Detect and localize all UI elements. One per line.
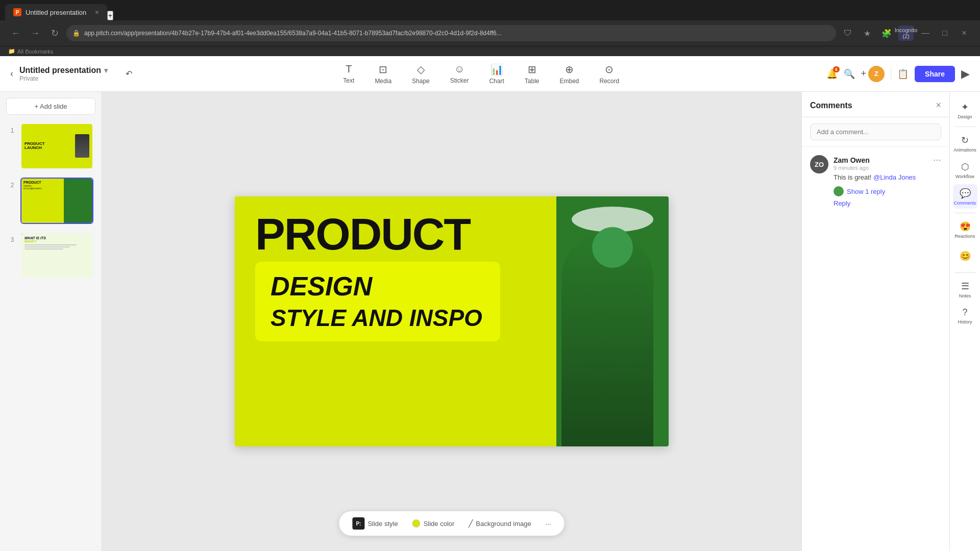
comments-header: Comments × bbox=[802, 92, 949, 117]
plus-icon: + bbox=[861, 68, 867, 79]
background-image-btn[interactable]: ╱ Background image bbox=[465, 517, 534, 530]
tab-close-btn[interactable]: × bbox=[95, 8, 99, 16]
notification-badge: 4 bbox=[833, 66, 840, 72]
chart-tool-btn[interactable]: 📊 Chart bbox=[485, 60, 508, 88]
close-window-btn[interactable]: × bbox=[957, 26, 972, 41]
table-tool-btn[interactable]: ⊞ Table bbox=[521, 60, 544, 88]
extensions-puzzle-btn[interactable]: 🧩 bbox=[879, 26, 894, 41]
browser-tabs: P Untitled presentation × + bbox=[0, 0, 980, 20]
notes-panel-btn[interactable]: ☰ Notes bbox=[953, 277, 977, 302]
extension-btn[interactable]: 🛡 bbox=[840, 26, 855, 41]
slide3-title: WHAT IS ITS bbox=[24, 236, 89, 240]
reply-btn-1[interactable]: Reply bbox=[834, 199, 850, 207]
undo-btn[interactable]: ↶ bbox=[121, 66, 136, 82]
slide-color-dot bbox=[412, 519, 421, 528]
media-tool-btn[interactable]: ⊡ Media bbox=[371, 60, 396, 88]
bookmark-star-btn[interactable]: ★ bbox=[860, 26, 875, 41]
comment-text-1: This is great! @Linda Jones bbox=[834, 173, 941, 182]
design-panel-btn[interactable]: ✦ Design bbox=[953, 98, 977, 122]
new-tab-btn[interactable]: + bbox=[107, 11, 113, 20]
slide-color-btn[interactable]: Slide color bbox=[409, 517, 458, 530]
canvas-area[interactable]: PRODUCT DESIGN STYLE AND INSPO bbox=[102, 92, 801, 551]
slide-style-icon-text: P: bbox=[356, 521, 361, 527]
add-slide-btn[interactable]: + Add slide bbox=[6, 98, 95, 115]
presentation-subtitle: Private bbox=[19, 75, 108, 82]
animations-icon: ↻ bbox=[961, 135, 969, 146]
comment-item-1: ZO Zam Owen ⋯ 9 minutes ago This is grea… bbox=[810, 155, 941, 208]
slide-style-btn[interactable]: P: Slide style bbox=[349, 515, 401, 532]
notes-icon: ☰ bbox=[961, 281, 969, 292]
tab-title: Untitled presentation bbox=[26, 9, 86, 16]
add-user-btn[interactable]: + Z bbox=[861, 66, 885, 82]
search-btn[interactable]: 🔍 bbox=[844, 68, 855, 80]
history-icon: ? bbox=[962, 307, 967, 318]
workflow-panel-btn[interactable]: ⬡ Workflow bbox=[953, 158, 977, 182]
comment-avatar-1: ZO bbox=[810, 155, 828, 173]
slide-image-panel bbox=[556, 196, 669, 446]
share-btn[interactable]: Share bbox=[915, 66, 955, 82]
shape-tool-btn[interactable]: ◇ Shape bbox=[408, 60, 434, 88]
slide-item-1[interactable]: 1 PRODUCTLAUNCH bbox=[6, 121, 95, 171]
reactions2-panel-btn[interactable]: 😊 bbox=[953, 244, 977, 268]
comments-close-btn[interactable]: × bbox=[936, 100, 941, 111]
comments-title: Comments bbox=[810, 101, 852, 110]
minimize-btn[interactable]: — bbox=[918, 26, 933, 41]
embed-tool-btn[interactable]: ⊕ Embed bbox=[555, 60, 583, 88]
comment-body-1: Zam Owen ⋯ 9 minutes ago This is great! … bbox=[834, 155, 941, 208]
browser-toolbar: ← → ↻ 🔒 app.pitch.com/app/presentation/4… bbox=[0, 20, 980, 46]
comment-mention-1: @Linda Jones bbox=[873, 173, 916, 181]
slide-thumb-1[interactable]: PRODUCTLAUNCH bbox=[20, 123, 93, 169]
reactions2-icon: 😊 bbox=[960, 251, 971, 262]
more-options-btn[interactable]: ··· bbox=[543, 518, 554, 530]
text-tool-btn[interactable]: T Text bbox=[339, 60, 358, 87]
slide-item-2[interactable]: 2 💬 1 PRODUCT DESIGN STYLE AND INSPO bbox=[6, 176, 95, 226]
comment-input[interactable] bbox=[810, 123, 941, 140]
browser-tab-active[interactable]: P Untitled presentation × bbox=[5, 4, 107, 20]
address-bar[interactable]: 🔒 app.pitch.com/app/presentation/4b74b27… bbox=[66, 25, 836, 41]
slide-canvas[interactable]: PRODUCT DESIGN STYLE AND INSPO bbox=[235, 196, 669, 446]
reactions-icon: 😍 bbox=[960, 221, 971, 232]
refresh-btn[interactable]: ↻ bbox=[47, 26, 62, 41]
slide-thumb-1-inner: PRODUCTLAUNCH bbox=[21, 124, 92, 168]
comment-meta-1: Zam Owen ⋯ bbox=[834, 155, 941, 165]
table-icon: ⊞ bbox=[528, 63, 536, 76]
show-reply-btn-1[interactable]: Show 1 reply bbox=[834, 186, 885, 196]
title-dropdown-icon[interactable]: ▾ bbox=[104, 66, 108, 74]
forward-nav-btn[interactable]: → bbox=[28, 26, 43, 41]
right-sidebar-sep-2 bbox=[955, 213, 975, 213]
background-image-icon: ╱ bbox=[469, 519, 473, 528]
presentation-info: Untitled presentation ▾ Private bbox=[19, 66, 108, 82]
maximize-btn[interactable]: □ bbox=[937, 26, 952, 41]
slide-thumb-3[interactable]: 💬 1 WHAT IS ITS MAGIC? bbox=[20, 232, 93, 279]
app-header: ‹ Untitled presentation ▾ Private ↶ T Te… bbox=[0, 56, 980, 92]
back-nav-btn[interactable]: ← bbox=[8, 26, 23, 41]
notification-btn[interactable]: 🔔 4 bbox=[826, 68, 838, 80]
comment-content-1: This is great! bbox=[834, 173, 871, 181]
slide3-body bbox=[24, 244, 89, 249]
browser-chrome: P Untitled presentation × + ← → ↻ 🔒 app.… bbox=[0, 0, 980, 56]
comment-more-btn-1[interactable]: ⋯ bbox=[933, 155, 941, 165]
profile-btn[interactable]: Incognito (2) bbox=[898, 26, 914, 41]
user-avatar: Z bbox=[868, 66, 885, 82]
show-reply-label: Show 1 reply bbox=[847, 188, 885, 195]
comment-input-area bbox=[802, 117, 949, 147]
media-icon: ⊡ bbox=[379, 63, 387, 76]
play-presentation-btn[interactable]: ▶ bbox=[961, 67, 970, 81]
back-to-dashboard-btn[interactable]: ‹ bbox=[10, 68, 13, 79]
slide-thumb-2[interactable]: 💬 1 PRODUCT DESIGN STYLE AND INSPO bbox=[20, 178, 93, 224]
slide-style-label: Slide style bbox=[368, 520, 398, 528]
sticker-tool-btn[interactable]: ☺ Sticker bbox=[446, 60, 473, 87]
bookmarks-label: All Bookmarks bbox=[17, 48, 53, 55]
record-tool-btn[interactable]: ⊙ Record bbox=[596, 60, 624, 88]
comments-label: Comments bbox=[954, 201, 976, 206]
header-toolbar: T Text ⊡ Media ◇ Shape ☺ Sticker 📊 Chart… bbox=[144, 60, 818, 88]
history-panel-btn[interactable]: ? History bbox=[953, 304, 977, 328]
header-right: 🔔 4 🔍 + Z 📋 Share ▶ bbox=[826, 66, 970, 82]
animations-panel-btn[interactable]: ↻ Animations bbox=[953, 131, 977, 156]
slide-item-3[interactable]: 3 💬 1 WHAT IS ITS MAGIC? bbox=[6, 230, 95, 281]
comments-panel-btn[interactable]: 💬 Comments bbox=[953, 184, 977, 209]
history-icon-btn[interactable]: 📋 bbox=[897, 68, 909, 80]
embed-label: Embed bbox=[559, 78, 579, 85]
right-sidebar-sep-3 bbox=[955, 272, 975, 273]
reactions-panel-btn[interactable]: 😍 Reactions bbox=[953, 217, 977, 242]
